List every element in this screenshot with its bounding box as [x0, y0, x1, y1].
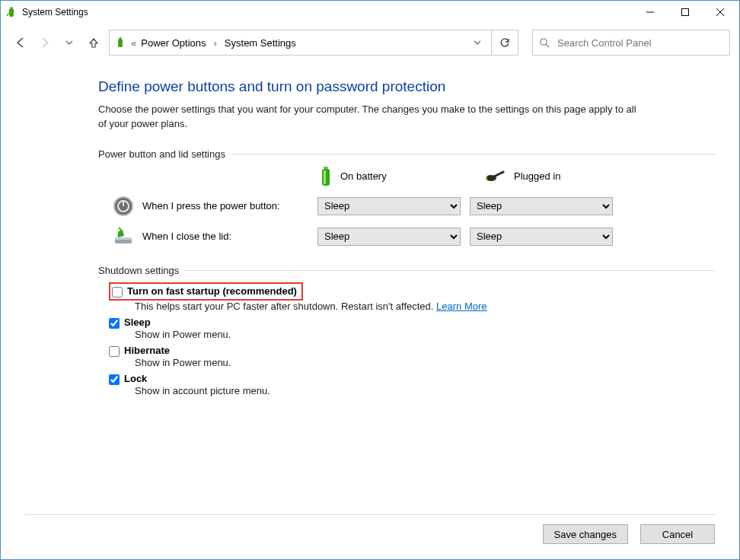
lid-icon — [112, 225, 135, 248]
content: Define power buttons and turn on passwor… — [1, 62, 739, 396]
shutdown-settings: Turn on fast startup (recommended) This … — [98, 282, 715, 396]
search-input[interactable] — [556, 37, 723, 49]
hibernate-desc: Show in Power menu. — [135, 357, 715, 368]
plugged-in-label: Plugged in — [514, 170, 560, 182]
recent-button[interactable] — [60, 33, 78, 52]
lock-row[interactable]: Lock — [109, 373, 715, 385]
window: System Settings « Power Options › System… — [0, 0, 740, 560]
close-button[interactable] — [703, 1, 738, 24]
plug-icon — [483, 169, 506, 184]
refresh-button[interactable] — [492, 30, 518, 56]
save-button[interactable]: Save changes — [543, 524, 628, 544]
hibernate-label: Hibernate — [124, 345, 170, 356]
svg-line-9 — [546, 44, 549, 47]
power-button-icon — [112, 195, 135, 218]
fast-startup-label: Turn on fast startup (recommended) — [127, 285, 297, 297]
up-button[interactable] — [85, 33, 103, 52]
power-button-battery-select[interactable]: Sleep — [317, 197, 461, 215]
power-button-label: When I press the power button: — [142, 200, 317, 212]
svg-rect-14 — [486, 177, 487, 180]
footer-divider — [25, 514, 715, 515]
sleep-label: Sleep — [124, 317, 151, 328]
section-shutdown: Shutdown settings — [98, 265, 715, 276]
svg-rect-0 — [9, 8, 14, 17]
cancel-button[interactable]: Cancel — [640, 524, 715, 544]
hibernate-checkbox[interactable] — [109, 346, 120, 357]
svg-point-8 — [541, 39, 547, 45]
lid-label: When I close the lid: — [142, 231, 317, 242]
window-title: System Settings — [22, 7, 633, 18]
hibernate-row[interactable]: Hibernate — [109, 345, 715, 357]
footer: Save changes Cancel — [543, 524, 715, 544]
address-bar[interactable]: « Power Options › System Settings — [109, 30, 492, 56]
svg-rect-20 — [115, 237, 132, 240]
intro-text: Choose the power settings that you want … — [98, 103, 646, 132]
svg-rect-11 — [324, 167, 328, 169]
minimize-button[interactable] — [633, 1, 668, 24]
fast-startup-row[interactable]: Turn on fast startup (recommended) — [112, 285, 297, 298]
search-box[interactable] — [532, 30, 730, 56]
svg-rect-12 — [324, 170, 326, 184]
svg-rect-3 — [682, 9, 689, 16]
power-button-plugged-select[interactable]: Sleep — [470, 197, 613, 215]
sleep-row[interactable]: Sleep — [109, 317, 715, 329]
address-icon — [114, 37, 126, 49]
maximize-button[interactable] — [668, 1, 703, 24]
breadcrumb-power-options[interactable]: Power Options — [141, 37, 206, 49]
learn-more-link[interactable]: Learn More — [436, 301, 486, 312]
fast-startup-checkbox[interactable] — [112, 287, 123, 298]
fast-startup-desc: This helps start your PC faster after sh… — [135, 301, 715, 312]
battery-icon — [319, 166, 333, 187]
svg-rect-1 — [11, 7, 13, 8]
app-icon — [5, 6, 18, 18]
lock-desc: Show in account picture menu. — [135, 385, 715, 396]
search-icon — [539, 37, 550, 48]
lock-checkbox[interactable] — [109, 374, 120, 385]
breadcrumb-system-settings[interactable]: System Settings — [225, 37, 296, 49]
forward-button[interactable] — [36, 33, 54, 52]
lid-battery-select[interactable]: Sleep — [317, 228, 461, 246]
sleep-checkbox[interactable] — [109, 318, 120, 329]
lock-label: Lock — [124, 373, 147, 384]
page-heading: Define power buttons and turn on passwor… — [98, 78, 715, 95]
section-power-button: Power button and lid settings — [98, 148, 715, 160]
svg-rect-7 — [120, 37, 122, 39]
nav-row: « Power Options › System Settings — [1, 24, 739, 62]
address-dropdown-button[interactable] — [468, 30, 486, 55]
svg-rect-6 — [118, 39, 123, 47]
column-headers: On battery Plugged in — [319, 166, 715, 187]
on-battery-label: On battery — [340, 170, 387, 182]
fast-startup-highlight: Turn on fast startup (recommended) — [109, 282, 303, 301]
titlebar: System Settings — [1, 1, 739, 24]
sleep-desc: Show in Power menu. — [135, 329, 715, 340]
breadcrumb-sep-icon: › — [214, 37, 217, 49]
breadcrumb-prefix: « — [131, 37, 136, 49]
back-button[interactable] — [11, 33, 30, 52]
lid-plugged-select[interactable]: Sleep — [470, 228, 613, 246]
